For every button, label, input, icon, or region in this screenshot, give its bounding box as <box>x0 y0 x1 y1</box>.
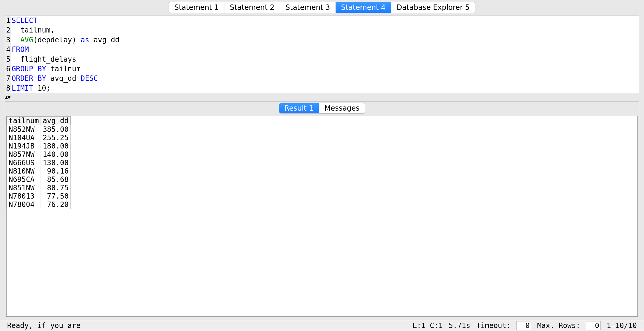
code-line[interactable]: 6GROUP BY tailnum <box>5 64 639 74</box>
code-content[interactable]: flight_delays <box>11 55 76 64</box>
cell[interactable]: 255.25 <box>41 134 71 142</box>
line-number: 3 <box>5 35 11 45</box>
cell[interactable]: N78013 <box>7 192 41 200</box>
status-timeout-value[interactable]: 0 <box>516 321 531 330</box>
code-line[interactable]: 5 flight_delays <box>5 55 639 64</box>
cell[interactable]: 90.16 <box>41 167 71 175</box>
results-frame: Result 1Messages tailnumavg_ddN852NW385.… <box>5 101 639 318</box>
status-cursor: L:1 C:1 <box>409 321 446 330</box>
result-grid[interactable]: tailnumavg_ddN852NW385.00N104UA255.25N19… <box>7 116 71 209</box>
status-maxrows-label: Max. Rows: <box>537 321 580 330</box>
line-number: 6 <box>5 64 11 74</box>
table-row[interactable]: N7801377.50 <box>7 192 71 200</box>
code-content[interactable]: ORDER BY avg_dd DESC <box>11 74 98 83</box>
table-row[interactable]: N852NW385.00 <box>7 125 71 134</box>
line-number: 7 <box>5 74 11 83</box>
status-ready: Ready, if you are <box>4 321 84 330</box>
tab-statement-3[interactable]: Statement 3 <box>280 2 336 13</box>
cell[interactable]: 385.00 <box>41 125 71 134</box>
table-row[interactable]: N7800476.20 <box>7 200 71 209</box>
code-content[interactable]: tailnum, <box>11 25 55 35</box>
tab-statement-1[interactable]: Statement 1 <box>169 2 224 13</box>
status-elapsed: 5.71s <box>446 321 473 330</box>
cell[interactable]: N857NW <box>7 150 41 159</box>
line-number: 8 <box>5 83 11 93</box>
tab-database-explorer-5[interactable]: Database Explorer 5 <box>391 2 475 13</box>
line-number: 4 <box>5 45 11 54</box>
code-content[interactable]: FROM <box>11 45 29 54</box>
cell[interactable]: N104UA <box>7 134 41 142</box>
main-tabbar: Statement 1Statement 2Statement 3Stateme… <box>0 0 644 13</box>
cell[interactable]: 80.75 <box>41 184 71 192</box>
col-header[interactable]: tailnum <box>7 117 41 125</box>
status-timeout-label: Timeout: <box>476 321 511 330</box>
cell[interactable]: 85.68 <box>41 175 71 184</box>
code-line[interactable]: 2 tailnum, <box>5 25 639 35</box>
horizontal-splitter[interactable]: ▲▼ <box>5 94 639 100</box>
sql-editor[interactable]: 1SELECT2 tailnum,3 AVG(depdelay) as avg_… <box>5 16 639 93</box>
table-row[interactable]: N857NW140.00 <box>7 150 71 159</box>
tab-statement-2[interactable]: Statement 2 <box>224 2 280 13</box>
code-line[interactable]: 4FROM <box>5 45 639 54</box>
cell[interactable]: N810NW <box>7 167 41 175</box>
result-tabbar: Result 1Messages <box>5 102 639 115</box>
cell[interactable]: N78004 <box>7 200 41 209</box>
cell[interactable]: 180.00 <box>41 142 71 150</box>
result-tab-messages[interactable]: Messages <box>319 103 365 113</box>
code-line[interactable]: 8LIMIT 10; <box>5 83 639 93</box>
code-content[interactable]: AVG(depdelay) as avg_dd <box>11 35 119 45</box>
code-content[interactable]: LIMIT 10; <box>11 83 50 93</box>
result-grid-wrap[interactable]: tailnumavg_ddN852NW385.00N104UA255.25N19… <box>6 116 638 317</box>
cell[interactable]: N851NW <box>7 184 41 192</box>
col-header[interactable]: avg_dd <box>41 117 71 125</box>
tab-statement-4[interactable]: Statement 4 <box>336 2 391 13</box>
table-row[interactable]: N810NW90.16 <box>7 167 71 175</box>
status-bar: Ready, if you are L:1 C:1 5.71s Timeout:… <box>0 320 644 331</box>
table-row[interactable]: N695CA85.68 <box>7 175 71 184</box>
cell[interactable]: 77.50 <box>41 192 71 200</box>
status-maxrows: Max. Rows: 0 <box>534 321 604 330</box>
code-line[interactable]: 7ORDER BY avg_dd DESC <box>5 74 639 83</box>
status-timeout: Timeout: 0 <box>473 321 534 330</box>
cell[interactable]: N194JB <box>7 142 41 150</box>
table-row[interactable]: N194JB180.00 <box>7 142 71 150</box>
table-row[interactable]: N851NW80.75 <box>7 184 71 192</box>
code-content[interactable]: GROUP BY tailnum <box>11 64 81 74</box>
cell[interactable]: N695CA <box>7 175 41 184</box>
code-content[interactable]: SELECT <box>11 16 38 25</box>
code-line[interactable]: 1SELECT <box>5 16 639 25</box>
line-number: 2 <box>5 25 11 35</box>
line-number: 1 <box>5 16 11 25</box>
table-row[interactable]: N666US130.00 <box>7 159 71 167</box>
status-maxrows-value[interactable]: 0 <box>586 321 601 330</box>
result-tab-result-1[interactable]: Result 1 <box>279 103 319 113</box>
cell[interactable]: N852NW <box>7 125 41 134</box>
cell[interactable]: N666US <box>7 159 41 167</box>
line-number: 5 <box>5 55 11 64</box>
code-line[interactable]: 3 AVG(depdelay) as avg_dd <box>5 35 639 45</box>
cell[interactable]: 76.20 <box>41 200 71 209</box>
cell[interactable]: 130.00 <box>41 159 71 167</box>
table-row[interactable]: N104UA255.25 <box>7 134 71 142</box>
status-rowrange: 1–10/10 <box>604 321 640 330</box>
cell[interactable]: 140.00 <box>41 150 71 159</box>
